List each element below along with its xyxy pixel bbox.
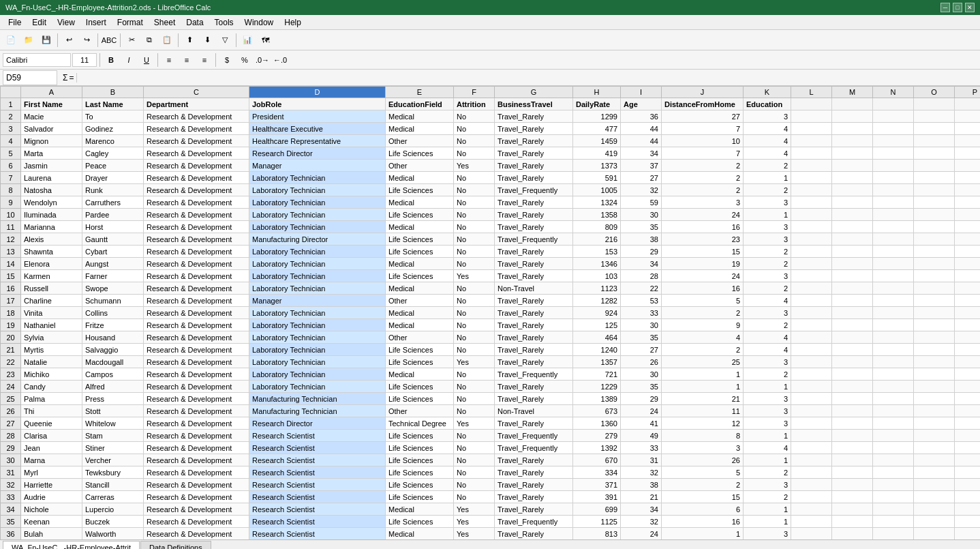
cell[interactable]: To [82, 110, 144, 123]
window-controls[interactable]: ─ □ ✕ [940, 3, 975, 12]
cell[interactable]: Keenan [21, 516, 82, 528]
menu-data[interactable]: Data [181, 16, 209, 29]
cell[interactable]: 1357 [573, 356, 621, 368]
col-header-m[interactable]: M [832, 87, 873, 98]
cell[interactable]: 7 [662, 123, 744, 135]
cell[interactable] [914, 491, 955, 503]
cell[interactable] [832, 246, 873, 258]
cell[interactable]: Laboratory Technician [249, 209, 386, 221]
cell[interactable]: Laboratory Technician [249, 184, 386, 196]
cell[interactable] [832, 405, 873, 417]
cell[interactable]: 49 [621, 430, 662, 442]
cell[interactable]: Palma [21, 393, 82, 405]
cell[interactable]: Other [386, 331, 454, 344]
cell[interactable] [914, 405, 955, 417]
cell[interactable] [873, 307, 914, 319]
cell[interactable] [914, 172, 955, 184]
cell[interactable]: Travel_Frequently [495, 516, 573, 528]
cell[interactable]: 4 [744, 135, 791, 147]
cell[interactable]: 4 [744, 344, 791, 356]
row-number[interactable]: 35 [1, 516, 21, 528]
cell[interactable]: Research Scientist [249, 528, 386, 540]
cell[interactable]: 3 [744, 196, 791, 209]
cell[interactable]: Sylvia [21, 331, 82, 344]
cell[interactable]: Laboratory Technician [249, 258, 386, 270]
cell[interactable]: 27 [621, 172, 662, 184]
cell[interactable]: JobRole [249, 98, 386, 110]
cell[interactable]: Godinez [82, 123, 144, 135]
cell[interactable] [955, 381, 981, 393]
cell[interactable] [873, 503, 914, 516]
cell[interactable]: Travel_Rarely [495, 196, 573, 209]
cell[interactable]: 6 [662, 503, 744, 516]
cell[interactable]: Life Sciences [386, 393, 454, 405]
cell[interactable]: 591 [573, 172, 621, 184]
cell[interactable]: 33 [621, 442, 662, 454]
cell[interactable]: Healthcare Executive [249, 123, 386, 135]
cell[interactable]: DailyRate [573, 98, 621, 110]
cell[interactable]: Travel_Frequently [495, 368, 573, 381]
cell[interactable]: Manufacturing Technician [249, 405, 386, 417]
cell[interactable]: Life Sciences [386, 209, 454, 221]
cell[interactable]: Medical [386, 319, 454, 331]
row-number[interactable]: 19 [1, 319, 21, 331]
cell[interactable]: Stancill [82, 479, 144, 491]
cell[interactable] [832, 282, 873, 295]
cell[interactable] [832, 295, 873, 307]
cell[interactable]: 2 [744, 319, 791, 331]
menu-window[interactable]: Window [239, 16, 279, 29]
cell[interactable] [873, 466, 914, 479]
cell[interactable]: 670 [573, 454, 621, 466]
cell[interactable]: No [454, 454, 495, 466]
underline-btn[interactable]: U [138, 52, 155, 68]
cell[interactable]: Candy [21, 381, 82, 393]
cell[interactable]: Travel_Rarely [495, 503, 573, 516]
cell[interactable]: No [454, 479, 495, 491]
cell[interactable]: 1 [744, 209, 791, 221]
row-number[interactable]: 5 [1, 147, 21, 160]
cell[interactable]: 19 [662, 258, 744, 270]
cell[interactable] [955, 209, 981, 221]
cell[interactable]: 1392 [573, 442, 621, 454]
cell[interactable] [955, 123, 981, 135]
cell[interactable]: 22 [621, 282, 662, 295]
close-btn[interactable]: ✕ [965, 3, 975, 12]
cell[interactable]: 2 [744, 368, 791, 381]
cell[interactable]: 1 [744, 430, 791, 442]
cell[interactable]: 35 [621, 331, 662, 344]
cell[interactable]: Laboratory Technician [249, 368, 386, 381]
cell[interactable]: Life Sciences [386, 184, 454, 196]
cell[interactable]: Bulah [21, 528, 82, 540]
cell[interactable]: 38 [621, 233, 662, 246]
row-number[interactable]: 15 [1, 270, 21, 282]
cell[interactable]: No [454, 368, 495, 381]
cell[interactable]: 1 [744, 454, 791, 466]
cell[interactable] [791, 405, 832, 417]
col-header-b[interactable]: B [82, 87, 144, 98]
cell[interactable]: Other [386, 405, 454, 417]
cell[interactable] [955, 110, 981, 123]
cell[interactable]: 5 [662, 295, 744, 307]
cell[interactable]: 813 [573, 528, 621, 540]
cell[interactable]: Marna [21, 454, 82, 466]
cell[interactable]: 35 [621, 221, 662, 233]
cell[interactable]: 3 [744, 528, 791, 540]
cell[interactable]: Medical [386, 307, 454, 319]
cell[interactable]: Research & Development [144, 528, 249, 540]
cell[interactable] [832, 233, 873, 246]
cell[interactable]: No [454, 196, 495, 209]
cell[interactable]: Jasmin [21, 160, 82, 172]
col-header-d[interactable]: D [249, 87, 386, 98]
cell[interactable] [791, 503, 832, 516]
cell[interactable]: Research & Development [144, 295, 249, 307]
cell[interactable]: Life Sciences [386, 233, 454, 246]
cell[interactable]: 2 [662, 172, 744, 184]
cell[interactable]: Medical [386, 221, 454, 233]
font-name-input[interactable] [3, 53, 71, 67]
cell[interactable] [832, 331, 873, 344]
cell[interactable]: 1459 [573, 135, 621, 147]
cell[interactable] [873, 479, 914, 491]
menu-edit[interactable]: Edit [27, 16, 52, 29]
cell[interactable] [955, 196, 981, 209]
cell[interactable]: Research & Development [144, 466, 249, 479]
